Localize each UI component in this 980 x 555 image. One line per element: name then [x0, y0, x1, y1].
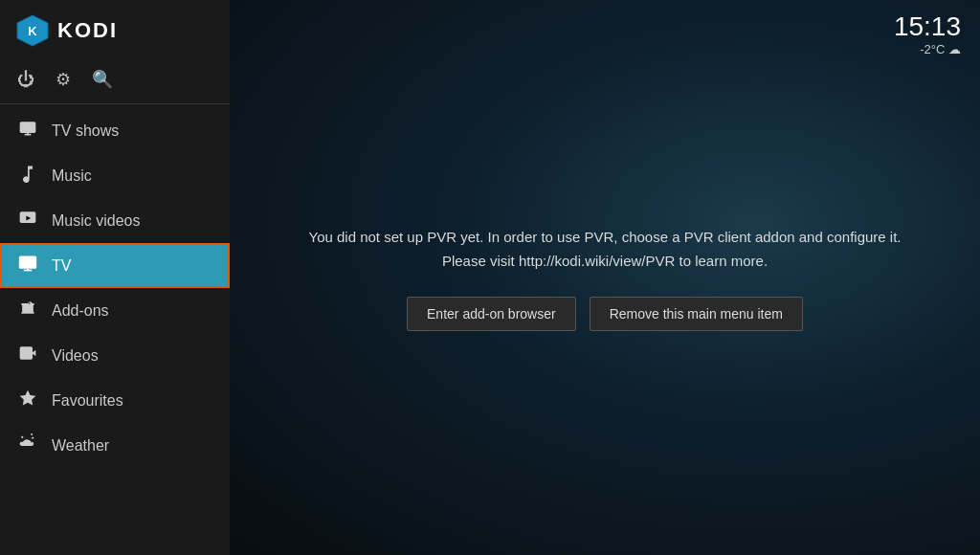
enter-addon-browser-button[interactable]: Enter add-on browser	[407, 297, 576, 331]
pvr-message-line1: You did not set up PVR yet. In order to …	[309, 229, 902, 245]
pvr-message-area: You did not set up PVR yet. In order to …	[230, 0, 980, 555]
sidebar-toolbar: ⏻ ⚙ 🔍	[0, 61, 230, 103]
addons-icon	[17, 299, 38, 322]
pvr-message-text: You did not set up PVR yet. In order to …	[309, 225, 902, 274]
weather-icon	[17, 433, 38, 457]
svg-marker-12	[20, 390, 36, 406]
power-icon[interactable]: ⏻	[17, 70, 34, 90]
app-title: KODI	[57, 18, 118, 43]
tv-icon	[17, 254, 38, 278]
sidebar-item-weather-label: Weather	[52, 437, 109, 455]
sidebar-item-music-videos[interactable]: Music videos	[0, 198, 230, 243]
sidebar-item-add-ons[interactable]: Add-ons	[0, 288, 230, 333]
sidebar-item-tv-shows[interactable]: TV shows	[0, 108, 230, 153]
sidebar-item-videos[interactable]: Videos	[0, 333, 230, 378]
svg-rect-7	[19, 256, 36, 269]
svg-marker-11	[33, 350, 35, 357]
music-icon	[17, 164, 38, 188]
clock-weather: -2°C ☁	[894, 42, 961, 56]
sidebar-item-tv-shows-label: TV shows	[52, 122, 119, 140]
top-bar: 15:13 -2°C ☁	[894, 0, 980, 56]
sidebar-item-add-ons-label: Add-ons	[52, 302, 109, 320]
remove-menu-item-button[interactable]: Remove this main menu item	[590, 297, 803, 331]
app-container: K KODI ⏻ ⚙ 🔍 TV shows Music	[0, 0, 980, 555]
music-videos-icon	[17, 209, 38, 233]
favourites-icon	[17, 388, 38, 412]
sidebar-item-tv-label: TV	[52, 257, 71, 275]
sidebar-item-music-videos-label: Music videos	[52, 212, 140, 230]
search-icon[interactable]: 🔍	[92, 69, 113, 90]
tv-shows-icon	[17, 119, 38, 143]
clock-time: 15:13	[894, 13, 961, 40]
clock-area: 15:13 -2°C ☁	[894, 13, 961, 56]
sidebar-item-favourites[interactable]: Favourites	[0, 378, 230, 423]
sidebar-item-music-label: Music	[52, 167, 92, 185]
main-content: 15:13 -2°C ☁ You did not set up PVR yet.…	[230, 0, 980, 555]
sidebar-item-videos-label: Videos	[52, 347, 99, 365]
settings-icon[interactable]: ⚙	[56, 69, 71, 90]
sidebar-item-music[interactable]: Music	[0, 153, 230, 198]
sidebar-item-weather[interactable]: Weather	[0, 423, 230, 468]
svg-text:K: K	[28, 24, 37, 38]
svg-rect-2	[20, 122, 36, 133]
pvr-buttons: Enter add-on browser Remove this main me…	[407, 297, 803, 331]
videos-icon	[17, 344, 38, 367]
sidebar-item-favourites-label: Favourites	[52, 392, 123, 410]
svg-rect-10	[20, 346, 33, 359]
sidebar-divider	[0, 103, 230, 104]
kodi-logo-icon: K	[15, 13, 50, 48]
pvr-message-line2: Please visit http://kodi.wiki/view/PVR t…	[442, 253, 768, 269]
sidebar-header: K KODI	[0, 0, 230, 61]
sidebar-item-tv[interactable]: TV	[0, 243, 230, 288]
sidebar: K KODI ⏻ ⚙ 🔍 TV shows Music	[0, 0, 230, 555]
